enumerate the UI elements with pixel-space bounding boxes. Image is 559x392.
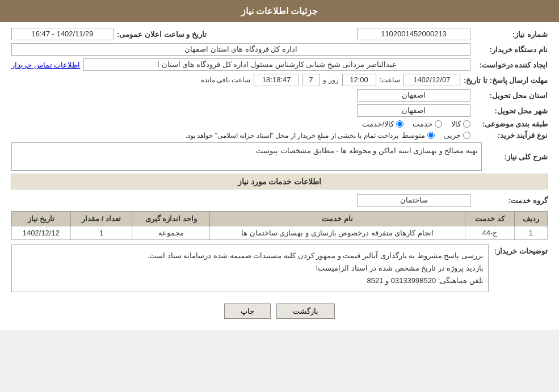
purchase-type-radio-group: جزیی متوسط bbox=[402, 131, 470, 140]
category-row: طبقه بندی موضوعی: کالا خدمت کالا/خدمت bbox=[11, 120, 548, 128]
province-delivery-value: اصفهان bbox=[357, 89, 470, 102]
purchase-radio-1[interactable] bbox=[427, 132, 435, 139]
main-content: شماره نیاز: 1102001452000213 تاریخ و ساع… bbox=[0, 22, 559, 330]
province-row: استان محل تحویل: اصفهان bbox=[11, 89, 548, 102]
category-label: طبقه بندی موضوعی: bbox=[474, 120, 548, 128]
overall-desc-label: شرح کلی نیاز: bbox=[485, 153, 548, 161]
category-label-1: خدمت bbox=[413, 120, 432, 128]
purchase-label-1: متوسط bbox=[402, 131, 425, 140]
request-number-row: شماره نیاز: 1102001452000213 تاریخ و ساع… bbox=[11, 28, 548, 40]
overall-desc-row: شرح کلی نیاز: تهیه مصالح و بهسازی ابنیه … bbox=[11, 142, 548, 171]
category-option-2: کالا/خدمت bbox=[362, 120, 404, 128]
services-table: ردیف کد خدمت نام خدمت واحد اندازه گیری ت… bbox=[11, 211, 548, 240]
buyer-org-row: نام دستگاه خریدار: اداره کل فرودگاه های … bbox=[11, 43, 548, 56]
announce-date-value: 1402/11/29 - 16:47 bbox=[11, 28, 114, 40]
category-radio-0[interactable] bbox=[463, 120, 470, 128]
category-radio-group: کالا خدمت کالا/خدمت bbox=[362, 120, 470, 128]
contact-info-link[interactable]: اطلاعات تماس خریدار bbox=[11, 61, 80, 69]
button-row: بازگشت چاپ bbox=[11, 298, 548, 324]
cell-code: ج-44 bbox=[465, 226, 515, 240]
deadline-remain-label: ساعت باقی مانده bbox=[201, 76, 251, 84]
service-group-row: گروه خدمت: ساختمان bbox=[11, 194, 548, 206]
col-code: کد خدمت bbox=[465, 212, 515, 226]
purchase-type-label: نوع فرآیند خرید: bbox=[474, 131, 548, 140]
deadline-row: مهلت ارسال پاسخ: تا تاریخ: 1402/12/07 سا… bbox=[11, 74, 548, 86]
buyer-org-label: نام دستگاه خریدار: bbox=[474, 45, 548, 54]
city-delivery-value: اصفهان bbox=[357, 104, 470, 117]
category-radio-2[interactable] bbox=[396, 120, 404, 128]
province-delivery-label: استان محل تحویل: bbox=[474, 91, 548, 100]
deadline-remain: 18:18:47 bbox=[254, 74, 299, 86]
purchase-label-0: جزیی bbox=[444, 131, 461, 140]
deadline-time-label: ساعت: bbox=[380, 76, 400, 84]
buyer-notes-section: توضیحات خریدار: بررسی پاسخ مشروط به بارگ… bbox=[11, 245, 548, 292]
request-number-value: 1102001452000213 bbox=[357, 28, 470, 40]
category-label-2: کالا/خدمت bbox=[362, 120, 394, 128]
creator-label: ایجاد کننده درخواست: bbox=[474, 61, 548, 69]
page-title: جزئیات اطلاعات نیاز bbox=[241, 6, 318, 16]
service-group-label: گروه خدمت: bbox=[474, 196, 548, 205]
cell-row: 1 bbox=[514, 226, 547, 240]
creator-value: عبدالناصر مردانی شیخ شبانی کارشناس مسئول… bbox=[83, 58, 470, 71]
deadline-time: 12:00 bbox=[342, 74, 376, 86]
cell-unit: مجموعه bbox=[132, 226, 210, 240]
city-delivery-label: شهر محل تحویل: bbox=[474, 107, 548, 115]
cell-name: انجام کارهای متفرقه درخصوص بازسازی و بهس… bbox=[210, 226, 465, 240]
page-header: جزئیات اطلاعات نیاز bbox=[0, 0, 559, 22]
purchase-type-row: نوع فرآیند خرید: جزیی متوسط پرداخت تمام … bbox=[11, 131, 548, 140]
print-button[interactable]: چاپ bbox=[224, 304, 271, 319]
category-label-0: کالا bbox=[451, 120, 461, 128]
overall-desc-value: تهیه مصالح و بهسازی ابنیه اماکن و محوطه … bbox=[11, 142, 482, 171]
purchase-option-1: متوسط bbox=[402, 131, 435, 140]
col-row: ردیف bbox=[514, 212, 547, 226]
purchase-option-0: جزیی bbox=[444, 131, 470, 140]
table-row: 1 ج-44 انجام کارهای متفرقه درخصوص بازساز… bbox=[12, 226, 548, 240]
col-unit: واحد اندازه گیری bbox=[132, 212, 210, 226]
purchase-type-note: پرداخت تمام یا بخشی از مبلغ خریدار از مح… bbox=[186, 132, 398, 140]
back-button[interactable]: بازگشت bbox=[276, 304, 335, 319]
col-date: تاریخ نیاز bbox=[12, 212, 71, 226]
deadline-date: 1402/12/07 bbox=[404, 74, 460, 86]
col-name: نام خدمت bbox=[210, 212, 465, 226]
deadline-day: 7 bbox=[302, 74, 320, 86]
category-option-1: خدمت bbox=[413, 120, 442, 128]
col-qty: تعداد / مقدار bbox=[70, 212, 132, 226]
announce-date-label: تاریخ و ساعت اعلان عمومی: bbox=[117, 30, 207, 39]
buyer-notes-label: توضیحات خریدار: bbox=[494, 245, 548, 255]
services-section-title: اطلاعات خدمات مورد نیاز bbox=[11, 174, 548, 189]
city-row: شهر محل تحویل: اصفهان bbox=[11, 104, 548, 117]
page-wrapper: جزئیات اطلاعات نیاز شماره نیاز: 11020014… bbox=[0, 0, 559, 330]
cell-qty: 1 bbox=[70, 226, 132, 240]
request-number-label: شماره نیاز: bbox=[474, 30, 548, 39]
buyer-org-value: اداره کل فرودگاه های استان اصفهان bbox=[11, 43, 470, 56]
cell-date: 1402/12/12 bbox=[12, 226, 71, 240]
category-radio-1[interactable] bbox=[435, 120, 442, 128]
deadline-day-label: روز و bbox=[323, 76, 338, 84]
buyer-notes-value: بررسی پاسخ مشروط به بارگذاری آنالیز قیمت… bbox=[11, 245, 489, 292]
category-option-0: کالا bbox=[451, 120, 470, 128]
purchase-radio-0[interactable] bbox=[463, 132, 470, 139]
service-group-value: ساختمان bbox=[357, 194, 470, 206]
deadline-label: مهلت ارسال پاسخ: تا تاریخ: bbox=[464, 76, 548, 85]
creator-row: ایجاد کننده درخواست: عبدالناصر مردانی شی… bbox=[11, 58, 548, 71]
